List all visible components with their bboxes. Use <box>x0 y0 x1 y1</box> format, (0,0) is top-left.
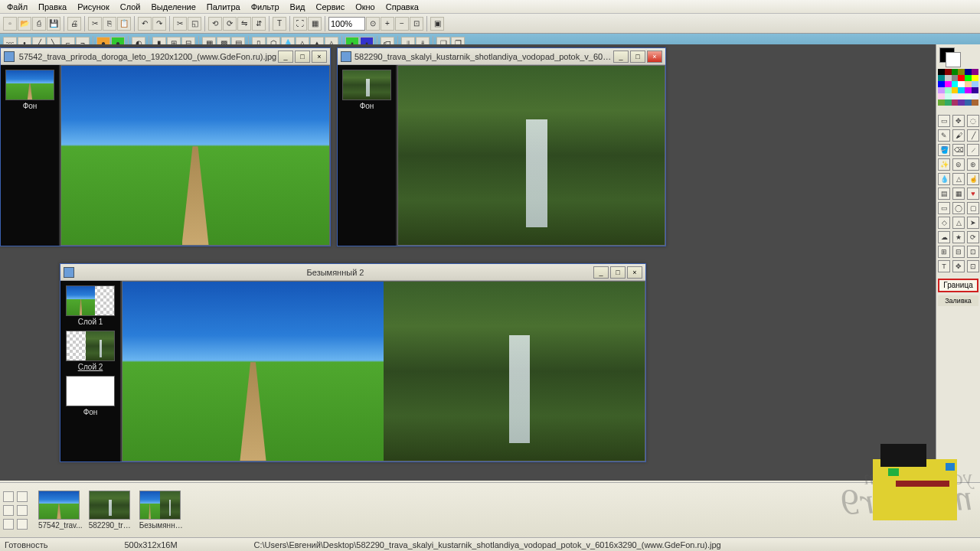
layer-thumb[interactable] <box>342 70 391 100</box>
color-swatch[interactable] <box>965 87 972 93</box>
rotate-right-icon[interactable]: ⟳ <box>223 17 237 31</box>
grid-b-icon[interactable]: ⊟ <box>952 246 965 258</box>
zoom-in-icon[interactable]: + <box>381 17 394 31</box>
line-tool-icon[interactable]: ╱ <box>967 129 979 142</box>
layer2-name[interactable]: Слой 2 <box>62 363 119 371</box>
zoom-input[interactable] <box>328 17 365 31</box>
zoom-100-icon[interactable]: ⊙ <box>366 17 380 31</box>
document-window-2[interactable]: 582290_trava_skalyi_kustarnik_shotlandiy… <box>337 47 666 246</box>
layer-name[interactable]: Фон <box>2 102 57 110</box>
thumb-action-2-icon[interactable] <box>17 491 28 502</box>
thumb-action-1-icon[interactable] <box>3 491 14 502</box>
blur-tool-icon[interactable]: 💧 <box>938 173 950 185</box>
color-swatch[interactable] <box>938 75 945 81</box>
canvas[interactable] <box>122 281 645 461</box>
menu-help[interactable]: Справка <box>381 1 424 13</box>
flip-h-icon[interactable]: ⇋ <box>237 17 251 31</box>
grid-icon[interactable]: ▦ <box>308 17 322 31</box>
document-window-3[interactable]: Безымянный 2 _ □ × Слой 1 Слой 2 Фон <box>60 263 646 462</box>
menu-view[interactable]: Вид <box>285 1 311 13</box>
color-swatch[interactable] <box>945 69 952 75</box>
arrow-shape-icon[interactable]: ➤ <box>967 217 979 229</box>
border-button[interactable]: Граница <box>938 279 978 292</box>
grid-a-icon[interactable]: ⊞ <box>938 246 950 258</box>
menu-file[interactable]: Файл <box>2 1 33 13</box>
thumb-action-3-icon[interactable] <box>3 505 14 516</box>
color-swatch[interactable] <box>938 87 945 93</box>
undo-icon[interactable]: ↶ <box>138 17 152 31</box>
diamond-shape-icon[interactable]: ◇ <box>938 217 950 229</box>
eraser-tool-icon[interactable]: ⌫ <box>952 144 965 156</box>
rotate-left-icon[interactable]: ⟲ <box>208 17 222 31</box>
layer-name[interactable]: Фон <box>339 102 394 110</box>
rect-shape-icon[interactable]: ▭ <box>938 202 950 214</box>
color-swatch[interactable] <box>952 93 959 99</box>
open-icon[interactable]: 📂 <box>18 17 31 31</box>
ellipse-shape-icon[interactable]: ◯ <box>952 202 965 214</box>
zoom-fit-icon[interactable]: ⊡ <box>410 17 423 31</box>
stamp-tool-icon[interactable]: ⊛ <box>967 158 979 171</box>
color-swatch[interactable] <box>945 93 952 99</box>
clone-tool-icon[interactable]: ⊚ <box>952 158 965 171</box>
minimize-button[interactable]: _ <box>593 266 609 279</box>
thumb-action-6-icon[interactable] <box>17 519 28 530</box>
layer1-thumb[interactable] <box>66 285 115 316</box>
color-swatch[interactable] <box>945 87 952 93</box>
cloud-shape-icon[interactable]: ☁ <box>938 231 950 243</box>
new-icon[interactable]: ▫ <box>3 17 17 31</box>
color-swatch[interactable] <box>952 99 959 106</box>
paste-icon[interactable]: 📋 <box>117 17 131 31</box>
layer-bg-name[interactable]: Фон <box>62 408 119 416</box>
layer1-name[interactable]: Слой 1 <box>62 318 119 326</box>
bucket-tool-icon[interactable]: 🪣 <box>938 144 950 156</box>
flip-v-icon[interactable]: ⇵ <box>252 17 266 31</box>
text-tool-icon[interactable]: T <box>273 17 286 31</box>
cut-icon[interactable]: ✂ <box>88 17 102 31</box>
sharpen-tool-icon[interactable]: △ <box>952 173 965 185</box>
maximize-button[interactable]: □ <box>295 51 310 63</box>
thumb-doc-1[interactable]: 57542_trav... <box>38 491 83 530</box>
color-swatch[interactable] <box>972 87 978 93</box>
close-button[interactable]: × <box>312 51 327 63</box>
menu-layer[interactable]: Слой <box>115 1 146 13</box>
thumb-action-4-icon[interactable] <box>17 505 28 516</box>
thumb-doc-3[interactable]: Безымянный... <box>139 491 184 530</box>
menu-filter[interactable]: Фильтр <box>246 1 285 13</box>
menu-select[interactable]: Выделение <box>145 1 201 13</box>
move-shape-icon[interactable]: ✥ <box>952 260 965 272</box>
layer-thumb[interactable] <box>5 70 54 100</box>
smudge-tool-icon[interactable]: ☝ <box>967 173 979 185</box>
color-swatch[interactable] <box>972 93 978 99</box>
grid-c-icon[interactable]: ⊡ <box>967 246 979 258</box>
heart-tool-icon[interactable]: ♥ <box>967 187 979 200</box>
redo-icon[interactable]: ↷ <box>152 17 166 31</box>
bg-color[interactable] <box>946 52 961 67</box>
color-swatch[interactable] <box>952 87 959 93</box>
color-swatch[interactable] <box>965 81 972 87</box>
lasso-tool-icon[interactable]: ◌ <box>967 115 979 127</box>
color-swatch[interactable] <box>972 75 978 81</box>
preview-icon[interactable]: ▣ <box>430 17 444 31</box>
pattern-tool-icon[interactable]: ▦ <box>952 187 965 200</box>
color-swatch[interactable] <box>958 69 965 75</box>
triangle-shape-icon[interactable]: △ <box>952 217 965 229</box>
color-swatch[interactable] <box>965 99 972 106</box>
refresh-icon[interactable]: ⟳ <box>967 231 979 243</box>
fullscreen-icon[interactable]: ⛶ <box>293 17 307 31</box>
roundrect-shape-icon[interactable]: ▢ <box>967 202 979 214</box>
color-swatch[interactable] <box>945 99 952 106</box>
maximize-button[interactable]: □ <box>630 51 645 63</box>
color-swatch[interactable] <box>972 99 978 106</box>
text-shape-icon[interactable]: T <box>938 260 950 272</box>
color-swatch[interactable] <box>958 87 965 93</box>
color-swatch[interactable] <box>958 81 965 87</box>
scan-icon[interactable]: ⎙ <box>32 17 46 31</box>
save-icon[interactable]: 💾 <box>47 17 60 31</box>
maximize-button[interactable]: □ <box>610 266 626 279</box>
color-swatch[interactable] <box>945 75 952 81</box>
color-swatch[interactable] <box>938 93 945 99</box>
copy-icon[interactable]: ⎘ <box>103 17 116 31</box>
wand-tool-icon[interactable]: ✨ <box>938 158 950 171</box>
color-swatch[interactable] <box>965 75 972 81</box>
color-swatch[interactable] <box>958 93 965 99</box>
